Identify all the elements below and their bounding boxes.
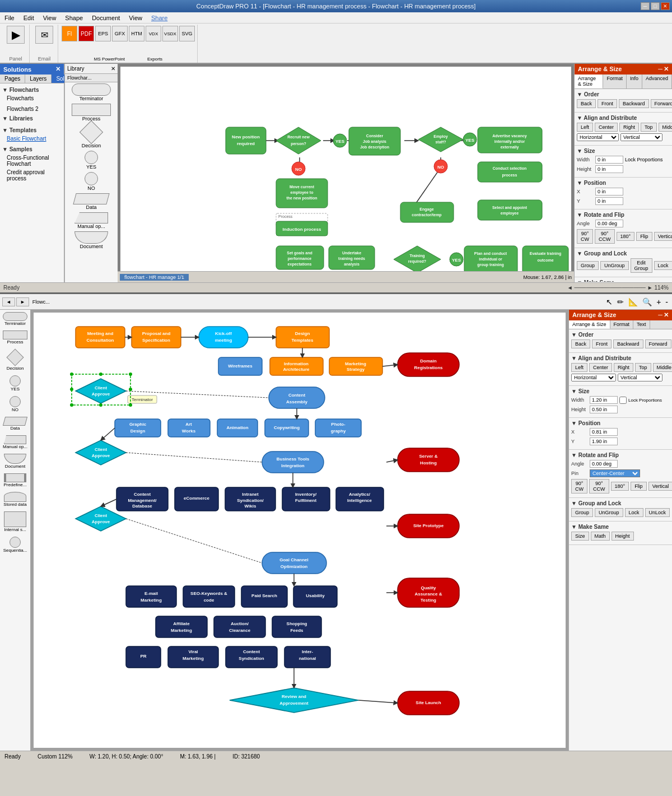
library-close[interactable]: ✕ [111, 66, 115, 72]
width-input[interactable] [595, 156, 623, 164]
pin-dropdown[interactable]: Center-Center [590, 469, 640, 477]
format-tab2[interactable]: Format [610, 320, 634, 329]
flowcharts2-item[interactable]: Flowcharts 2 [2, 105, 62, 113]
angle-input2[interactable] [590, 460, 618, 468]
top-btn[interactable]: Top [641, 123, 657, 132]
horizontal-dropdown2[interactable]: Horizontal [571, 374, 616, 381]
text-tab2[interactable]: Text [633, 320, 650, 329]
r180-btn2[interactable]: 180° [611, 482, 629, 491]
math-same-btn[interactable]: Math [591, 532, 610, 541]
sl-process[interactable]: Process [1, 330, 29, 345]
ms-visio-vsdx-btn[interactable]: VSDX [162, 26, 178, 41]
horizontal-dropdown[interactable]: Horizontal [577, 133, 619, 141]
height-input[interactable] [595, 165, 623, 173]
vertical-dropdown2[interactable]: Vertical [618, 374, 662, 381]
middle-btn[interactable]: Middle [659, 123, 672, 132]
group-btn[interactable]: Group [577, 261, 599, 270]
shape-terminator[interactable]: Terminator [66, 83, 116, 101]
vertical-btn[interactable]: Vertical [654, 232, 672, 241]
lock-btn2[interactable]: Lock [625, 508, 643, 517]
sl-no[interactable]: NO [1, 396, 29, 412]
sw-tool4[interactable]: 🔍 [641, 297, 654, 306]
sw-forward-btn[interactable]: ► [16, 297, 29, 306]
sl-document[interactable]: Document [1, 454, 29, 469]
sl-stored[interactable]: Stored data [1, 492, 29, 507]
center-btn2[interactable]: Center [589, 363, 612, 372]
sl-data[interactable]: Data [1, 417, 29, 431]
edit-group-btn[interactable]: Edit Group [631, 258, 652, 273]
minimize-btn[interactable]: ─ [641, 2, 650, 10]
top-btn2[interactable]: Top [635, 363, 651, 372]
back-btn2[interactable]: Back [571, 339, 590, 348]
flowcharts-item[interactable]: Flowcharts [2, 94, 62, 103]
pages-tab[interactable]: Pages [0, 75, 25, 83]
menu-edit[interactable]: Edit [19, 13, 39, 22]
lock-proportions-checkbox[interactable] [619, 397, 627, 404]
sw-back-btn[interactable]: ◄ [2, 297, 15, 306]
sw-zoom-out[interactable]: - [664, 297, 670, 306]
menu-document[interactable]: Document [87, 13, 124, 22]
x-input[interactable] [595, 188, 623, 195]
left-btn2[interactable]: Left [571, 363, 587, 372]
ungroup-btn2[interactable]: UnGroup [595, 508, 623, 517]
ccw90-btn2[interactable]: 90° CCW [589, 479, 609, 494]
front-btn[interactable]: Front [598, 99, 617, 108]
window-controls[interactable]: ─ □ ✕ [641, 2, 670, 10]
size-same-btn2[interactable]: Size [571, 532, 589, 541]
maximize-btn[interactable]: □ [651, 2, 660, 10]
cw90-btn2[interactable]: 90° CW [571, 479, 587, 494]
basic-flowchart-item[interactable]: Basic Flowchart [2, 134, 62, 143]
rp-minimize[interactable]: ─ [658, 311, 662, 319]
eps-btn[interactable]: EPS [95, 26, 111, 41]
right-panel-minimize[interactable]: ─ [658, 66, 662, 73]
shape-process[interactable]: Process [66, 104, 116, 122]
arrange-size-tab[interactable]: Arrange & Size [575, 75, 603, 89]
height-input2[interactable] [590, 406, 618, 413]
ccw90-btn[interactable]: 90° CCW [595, 229, 615, 244]
sl-predefined[interactable]: Predefine... [1, 473, 29, 487]
advanced-tab[interactable]: Advanced [642, 75, 672, 89]
cw90-btn[interactable]: 90° CW [577, 229, 593, 244]
shape-no[interactable]: NO [66, 172, 116, 191]
x-input2[interactable] [590, 428, 618, 436]
shape-manual[interactable]: Manual op... [66, 212, 116, 229]
menu-file[interactable]: File [0, 13, 19, 22]
right-panel-bottom-controls[interactable]: ─ ✕ [658, 311, 669, 319]
y-input[interactable] [595, 197, 623, 205]
flip-btn2[interactable]: Flip [631, 482, 647, 491]
sl-internal[interactable]: Internal s... [1, 511, 29, 532]
canvas-tab-active[interactable]: flowchart - HR manage 1/1 [120, 274, 189, 281]
info-tab[interactable]: Info [627, 75, 642, 89]
unlock-btn2[interactable]: UnLock [645, 508, 670, 517]
forward-btn[interactable]: Forward [651, 99, 672, 108]
vertical-btn2[interactable]: Vertical [648, 482, 672, 491]
menu-view2[interactable]: View [124, 13, 147, 22]
presentation-btn[interactable]: ▶ [7, 26, 25, 44]
left-btn[interactable]: Left [577, 123, 593, 132]
adobe-pdf-btn[interactable]: PDF [78, 26, 94, 41]
html-btn[interactable]: HTM [129, 26, 144, 41]
front-btn2[interactable]: Front [592, 339, 612, 348]
sw-tool2[interactable]: ✏ [615, 297, 626, 306]
right-btn[interactable]: Right [619, 123, 639, 132]
backward-btn[interactable]: Backward [619, 99, 649, 108]
sw-zoom-in[interactable]: + [655, 297, 662, 306]
arrange-tab2[interactable]: Arrange & Size [569, 320, 610, 329]
zoom-slider[interactable]: ◄ ────────────────── ► 114% [567, 285, 669, 291]
r180-btn[interactable]: 180° [617, 232, 635, 241]
center-btn[interactable]: Center [595, 123, 618, 132]
group-btn2[interactable]: Group [571, 508, 593, 517]
menu-share[interactable]: Share [147, 13, 172, 22]
graphic-file-btn[interactable]: GFX [112, 26, 128, 41]
credit-item[interactable]: Credit approval process [2, 168, 62, 183]
y-input2[interactable] [590, 437, 618, 445]
lock-btn[interactable]: Lock [654, 261, 672, 270]
vertical-dropdown[interactable]: Vertical [620, 133, 662, 141]
backward-btn2[interactable]: Backward [613, 339, 643, 348]
flip-btn[interactable]: Flip [636, 232, 652, 241]
layers-tab[interactable]: Layers [25, 75, 52, 83]
ms-visio-vdx-btn[interactable]: VDX [146, 26, 161, 41]
sl-sequential[interactable]: Sequentia... [1, 537, 29, 553]
width-input2[interactable] [590, 396, 618, 404]
sl-manual[interactable]: Manual op... [1, 435, 29, 449]
